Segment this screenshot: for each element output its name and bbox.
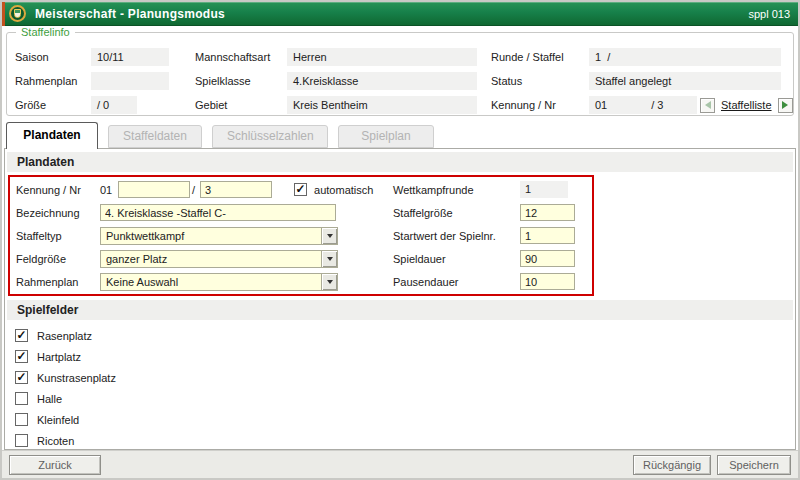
kleinfeld-checkbox[interactable] xyxy=(15,413,28,426)
status-value: Staffel angelegt xyxy=(589,72,781,90)
shield-icon xyxy=(9,5,26,22)
hartplatz-checkbox[interactable] xyxy=(15,350,28,363)
option-rasenplatz: Rasenplatz xyxy=(15,325,116,346)
field-runde-staffel: Runde / Staffel 1 / xyxy=(491,46,796,68)
rahmenplan-info-value xyxy=(91,72,169,90)
halle-checkbox[interactable] xyxy=(15,392,28,405)
window-title: Meisterschaft - Planungsmodus xyxy=(35,7,225,21)
staffelinfo-panel: Staffelinfo Saison 10/11 Rahmenplan Größ… xyxy=(6,32,794,116)
staffelinfo-legend: Staffelinfo xyxy=(16,26,75,38)
rasenplatz-checkbox[interactable] xyxy=(15,329,28,342)
option-kleinfeld: Kleinfeld xyxy=(15,409,116,430)
groesse-value: / 0 xyxy=(91,96,137,114)
tab-staffeldaten[interactable]: Staffeldaten xyxy=(108,125,202,148)
tab-bar: Plandaten Staffeldaten Schlüsselzahlen S… xyxy=(6,122,444,149)
bezeichnung-input[interactable] xyxy=(100,204,336,221)
tab-spielplan[interactable]: Spielplan xyxy=(338,125,434,148)
startwert-spielnr-input[interactable] xyxy=(520,227,575,244)
nr-input[interactable] xyxy=(200,181,272,198)
chevron-down-icon[interactable] xyxy=(321,274,337,290)
plandaten-form-highlight: Kennung / Nr 01 / automatisch Wettkampfr… xyxy=(8,175,594,296)
content-panel: Plandaten Kennung / Nr 01 / automatisch … xyxy=(4,148,796,450)
spielklasse-value: 4.Kreisklasse xyxy=(287,72,477,90)
spielfelder-checkbox-list: Rasenplatz Hartplatz Kunstrasenplatz Hal… xyxy=(15,325,116,451)
automatisch-checkbox[interactable] xyxy=(294,183,307,196)
automatisch-label: automatisch xyxy=(314,184,373,196)
tab-plandaten[interactable]: Plandaten xyxy=(6,122,98,149)
spielfelder-section-header: Spielfelder xyxy=(7,300,793,320)
option-ricoten: Ricoten xyxy=(15,430,116,451)
gebiet-value: Kreis Bentheim xyxy=(287,96,477,114)
back-button[interactable]: Zurück xyxy=(9,455,101,475)
footer-bar: Zurück Rückgängig Speichern xyxy=(2,450,798,478)
chevron-down-icon[interactable] xyxy=(321,251,337,267)
field-mannschaftsart: Mannschaftsart Herren xyxy=(195,46,477,68)
pausendauer-input[interactable] xyxy=(520,273,575,290)
field-groesse: Größe / 0 xyxy=(15,94,169,116)
kunstrasenplatz-checkbox[interactable] xyxy=(15,371,28,384)
tab-schluesselzahlen[interactable]: Schlüsselzahlen xyxy=(212,125,328,148)
row-staffeltyp: Staffeltyp Punktwettkampf Startwert der … xyxy=(10,224,592,247)
page-code: sppl 013 xyxy=(748,8,790,20)
field-spielklasse: Spielklasse 4.Kreisklasse xyxy=(195,70,477,92)
option-halle: Halle xyxy=(15,388,116,409)
chevron-left-icon xyxy=(705,101,711,109)
spieldauer-input[interactable] xyxy=(520,250,575,267)
option-kunstrasenplatz: Kunstrasenplatz xyxy=(15,367,116,388)
undo-button[interactable]: Rückgängig xyxy=(633,455,711,475)
staffelinfo-column-2: Mannschaftsart Herren Spielklasse 4.Krei… xyxy=(195,46,477,118)
kennung-input[interactable] xyxy=(118,181,190,198)
staffelgroesse-input[interactable] xyxy=(520,204,575,221)
row-rahmenplan: Rahmenplan Keine Auswahl Pausendauer xyxy=(10,270,592,293)
wettkampfrunde-value: 1 xyxy=(520,181,568,198)
staffelinfo-column-3: Runde / Staffel 1 / Status Staffel angel… xyxy=(491,46,796,118)
staffelliste-link[interactable]: Staffelliste xyxy=(721,99,772,111)
saison-value: 10/11 xyxy=(91,48,169,66)
field-saison: Saison 10/11 xyxy=(15,46,169,68)
runde-staffel-value: 1 / xyxy=(589,48,781,66)
mannschaftsart-value: Herren xyxy=(287,48,477,66)
plandaten-section-header: Plandaten xyxy=(7,152,793,172)
field-status: Status Staffel angelegt xyxy=(491,70,796,92)
row-feldgroesse: Feldgröße ganzer Platz Spieldauer xyxy=(10,247,592,270)
staffelinfo-column-1: Saison 10/11 Rahmenplan Größe / 0 xyxy=(15,46,169,118)
title-bar: Meisterschaft - Planungsmodus sppl 013 xyxy=(2,2,798,26)
next-staffel-button[interactable] xyxy=(778,98,793,113)
feldgroesse-select[interactable]: ganzer Platz xyxy=(100,250,338,268)
kennung-nr-info-value: 01/ 3 xyxy=(589,96,697,114)
app-window: Meisterschaft - Planungsmodus sppl 013 S… xyxy=(0,0,800,480)
left-edge-accent xyxy=(2,2,5,26)
save-button[interactable]: Speichern xyxy=(717,455,791,475)
row-kennung-nr: Kennung / Nr 01 / automatisch Wettkampfr… xyxy=(10,178,592,201)
ricoten-checkbox[interactable] xyxy=(15,434,28,447)
option-hartplatz: Hartplatz xyxy=(15,346,116,367)
row-bezeichnung: Bezeichnung Staffelgröße xyxy=(10,201,592,224)
rahmenplan-select[interactable]: Keine Auswahl xyxy=(100,273,338,291)
prev-staffel-button[interactable] xyxy=(700,98,715,113)
kennung-prefix: 01 xyxy=(100,184,118,196)
field-gebiet: Gebiet Kreis Bentheim xyxy=(195,94,477,116)
chevron-down-icon[interactable] xyxy=(321,228,337,244)
field-kennung-nr-info: Kennung / Nr 01/ 3 Staffelliste xyxy=(491,94,796,116)
field-rahmenplan-info: Rahmenplan xyxy=(15,70,169,92)
chevron-right-icon xyxy=(782,101,788,109)
staffeltyp-select[interactable]: Punktwettkampf xyxy=(100,227,338,245)
